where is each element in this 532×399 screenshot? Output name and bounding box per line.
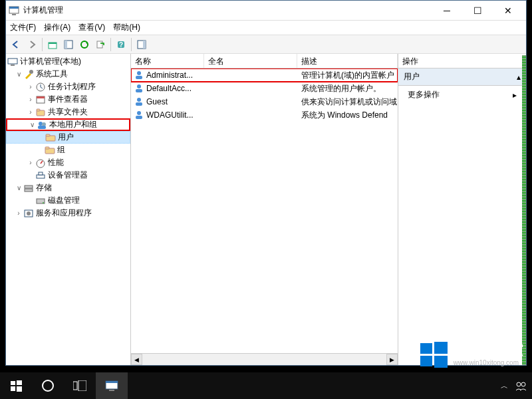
watermark-brand: Win10之家 [454, 342, 524, 358]
user-desc: 系统管理的用户帐户。 [297, 83, 398, 94]
user-row-guest[interactable]: Guest 供来宾访问计算机或访问域 [131, 95, 398, 108]
tree-storage[interactable]: ∨ 存储 [6, 182, 130, 194]
services-icon [23, 208, 34, 219]
list-panel: 名称 全名 描述 Administrat... 管理计算机(域)的内置帐户 De… [131, 54, 398, 365]
tree-storage-label: 存储 [36, 182, 52, 194]
actions-section-label: 用户 [404, 71, 420, 82]
scroll-left-icon[interactable]: ◀ [131, 354, 142, 365]
forward-button[interactable] [25, 37, 39, 52]
expand-icon[interactable]: › [14, 209, 23, 217]
user-desc: 系统为 Windows Defend [297, 110, 398, 121]
expand-icon[interactable]: › [26, 83, 35, 90]
menu-action[interactable]: 操作(A) [44, 22, 70, 33]
tree-services-apps[interactable]: › 服务和应用程序 [6, 207, 130, 219]
collapse-icon[interactable]: ∨ [14, 70, 23, 78]
resize-handle[interactable] [522, 55, 526, 365]
svg-text:?: ? [119, 41, 123, 49]
svg-rect-45 [420, 343, 432, 354]
tree-local-users-groups[interactable]: ∨ 本地用户和组 [6, 118, 130, 131]
folder-icon [45, 132, 56, 143]
app-icon [9, 5, 19, 16]
storage-icon [23, 183, 34, 194]
user-name: Guest [146, 97, 168, 106]
user-desc: 管理计算机(域)的内置帐户 [297, 70, 398, 81]
tree-users[interactable]: 用户 [6, 131, 130, 144]
start-button[interactable] [0, 372, 32, 399]
svg-rect-14 [11, 65, 15, 66]
tree-task-scheduler[interactable]: › 任务计划程序 [6, 80, 130, 93]
column-header-fullname[interactable]: 全名 [204, 54, 297, 68]
user-row-administrator[interactable]: Administrat... 管理计算机(域)的内置帐户 [131, 68, 398, 82]
menubar: 文件(F) 操作(A) 查看(V) 帮助(H) [6, 21, 526, 35]
svg-rect-8 [97, 41, 102, 48]
actions-more-label: 更多操作 [408, 89, 440, 100]
minimize-button[interactable]: ─ [432, 1, 462, 21]
show-hide-tree-button[interactable] [61, 37, 76, 52]
taskbar-app-compmgmt[interactable] [96, 372, 128, 399]
users-group-icon [37, 120, 47, 130]
tree-groups[interactable]: 组 [6, 144, 130, 156]
refresh-button[interactable] [77, 37, 92, 52]
close-button[interactable]: ✕ [493, 1, 523, 21]
expand-icon[interactable]: › [26, 108, 35, 116]
navigation-tree[interactable]: 计算机管理(本地) ∨ 系统工具 › 任务计划程序 › 事件查看器 › 共享文件… [6, 54, 131, 365]
tree-disk-mgmt[interactable]: 磁盘管理 [6, 194, 130, 207]
svg-rect-31 [25, 186, 33, 188]
chevron-up-icon: ▴ [517, 72, 521, 82]
show-hide-action-pane-button[interactable] [134, 37, 149, 52]
actions-more[interactable]: 更多操作 ▸ [398, 86, 526, 104]
svg-rect-40 [136, 89, 142, 92]
maximize-button[interactable]: ☐ [462, 1, 493, 21]
tree-device-manager[interactable]: 设备管理器 [6, 169, 130, 182]
actions-pane: 操作 用户 ▴ 更多操作 ▸ [398, 54, 526, 365]
expand-icon[interactable]: › [26, 96, 35, 103]
back-button[interactable] [9, 37, 23, 52]
expand-icon[interactable]: › [26, 159, 35, 166]
tools-icon [23, 69, 34, 80]
tree-shared-folders[interactable]: › 共享文件夹 [6, 106, 130, 118]
tree-root[interactable]: 计算机管理(本地) [6, 55, 130, 68]
tree-system-tools-label: 系统工具 [36, 68, 68, 80]
horizontal-scrollbar[interactable]: ◀ ▶ [131, 353, 398, 365]
actions-section-users[interactable]: 用户 ▴ [398, 68, 526, 86]
menu-help[interactable]: 帮助(H) [113, 22, 140, 33]
watermark-url: www.win10xitong.com [454, 359, 524, 366]
tree-system-tools[interactable]: ∨ 系统工具 [6, 68, 130, 80]
svg-point-41 [137, 98, 141, 102]
toolbar: ? [6, 35, 526, 54]
user-row-defaultaccount[interactable]: DefaultAcc... 系统管理的用户帐户。 [131, 82, 398, 95]
device-icon [35, 170, 46, 181]
svg-rect-57 [106, 381, 118, 383]
svg-point-34 [43, 202, 44, 203]
svg-point-53 [43, 380, 53, 391]
actions-header: 操作 [398, 54, 526, 68]
svg-rect-30 [39, 172, 43, 175]
menu-view[interactable]: 查看(V) [78, 22, 105, 33]
tree-performance[interactable]: › 性能 [6, 156, 130, 169]
cortana-button[interactable] [32, 372, 64, 399]
export-button[interactable] [93, 37, 108, 52]
svg-rect-20 [37, 109, 40, 111]
disk-icon [35, 196, 46, 206]
svg-point-39 [137, 84, 141, 88]
user-row-wdagutility[interactable]: WDAGUtilit... 系统为 Windows Defend [131, 108, 398, 122]
list-body[interactable]: Administrat... 管理计算机(域)的内置帐户 DefaultAcc.… [131, 68, 398, 353]
svg-rect-27 [45, 147, 49, 149]
tray-people-icon[interactable] [515, 380, 527, 392]
collapse-icon[interactable]: ∨ [14, 184, 23, 192]
svg-rect-44 [136, 116, 142, 119]
task-view-button[interactable] [64, 372, 96, 399]
svg-rect-6 [65, 41, 67, 49]
svg-rect-2 [12, 14, 16, 15]
column-header-name[interactable]: 名称 [131, 54, 204, 68]
column-header-desc[interactable]: 描述 [297, 54, 398, 68]
svg-rect-49 [11, 381, 15, 385]
scroll-right-icon[interactable]: ▶ [386, 354, 398, 365]
help-button[interactable]: ? [114, 37, 128, 52]
watermark: Win10之家 www.win10xitong.com [419, 339, 524, 370]
collapse-icon[interactable]: ∨ [27, 121, 37, 128]
tree-event-viewer[interactable]: › 事件查看器 [6, 93, 130, 106]
up-button[interactable] [45, 37, 60, 52]
tray-chevron-up-icon[interactable]: ︿ [501, 381, 508, 391]
menu-file[interactable]: 文件(F) [10, 22, 36, 33]
